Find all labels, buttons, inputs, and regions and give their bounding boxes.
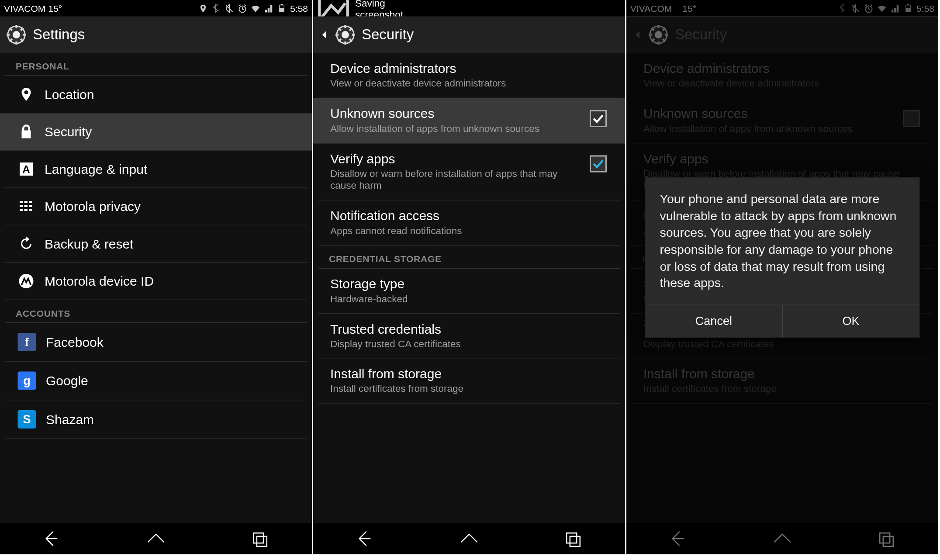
row-google[interactable]: g Google [5,362,307,401]
row-notification-access[interactable]: Notification access Apps cannot read not… [318,200,620,245]
temperature: 15° [48,3,62,14]
nav-bar [313,523,625,554]
gear-icon [7,25,26,45]
mute-icon [225,3,234,13]
row-backup-reset[interactable]: Backup & reset [5,225,307,263]
back-chevron-icon[interactable] [320,30,329,39]
battery-icon [277,3,286,13]
motorola-icon [17,272,35,290]
nav-recent-icon[interactable] [562,528,584,550]
location-icon [198,3,207,13]
row-verify-apps[interactable]: Verify apps Disallow or warn before inst… [318,143,620,200]
page-title: Security [675,26,727,43]
temperature: 15° [682,3,696,14]
row-storage-type[interactable]: Storage type Hardware-backed [318,269,620,314]
location-icon [17,85,35,104]
row-storage-type: Storage type Hardware-backed [632,269,933,314]
actionbar-settings: Settings [0,17,312,53]
section-credential-storage: CREDENTIAL STORAGE [318,245,620,269]
nav-bar [0,523,312,554]
bluetooth-icon [211,3,221,13]
row-motorola-privacy[interactable]: Motorola privacy [5,188,307,226]
row-device-admin: Device administrators View or deactivate… [632,53,933,98]
nav-recent-icon[interactable] [875,528,897,550]
screen-settings: VIVACOM 15° 5:58 Settings PERSONAL Locat… [0,0,312,554]
row-install-from-storage: Install from storage Install certificate… [632,359,933,404]
security-list[interactable]: Device administrators View or deactivate… [313,53,625,523]
shazam-icon: S [17,410,37,429]
wifi-icon [877,3,886,13]
row-unknown-sources[interactable]: Unknown sources Allow installation of ap… [313,98,625,143]
row-unknown-sources: Unknown sources Allow installation of ap… [632,98,933,143]
page-title: Settings [33,26,85,43]
nav-bar [626,523,938,554]
nav-recent-icon[interactable] [249,528,271,550]
nav-back-icon[interactable] [41,528,63,550]
lang-icon [17,160,35,178]
gear-icon [649,25,668,45]
back-chevron-icon [633,30,642,39]
nav-home-icon[interactable] [771,528,793,550]
google-icon: g [17,371,37,391]
screen-security: Saving screenshot… Security Device admin… [313,0,625,554]
battery-icon [903,3,912,13]
row-shazam[interactable]: S Shazam [5,401,307,439]
carrier: VIVACOM [4,3,45,14]
row-device-admin[interactable]: Device administrators View or deactivate… [318,53,620,98]
actionbar-security: Security [626,17,938,53]
nav-home-icon[interactable] [145,528,167,550]
row-language[interactable]: Language & input [5,151,307,188]
gear-icon [335,25,355,45]
page-title: Security [362,26,414,43]
carrier: VIVACOM [630,3,672,14]
grid-icon [17,197,35,216]
unknown-sources-checkbox[interactable] [590,110,608,128]
row-trusted-credentials: Trusted credentials Display trusted CA c… [632,314,933,359]
mute-icon [851,3,860,13]
actionbar-security[interactable]: Security [313,17,625,53]
nav-back-icon[interactable] [354,528,376,550]
restore-icon [17,235,35,253]
signal-icon [264,3,273,13]
row-security[interactable]: Security [0,114,312,151]
clock: 5:58 [916,3,934,14]
signal-icon [890,3,899,13]
lock-icon [17,123,35,141]
section-personal: PERSONAL [5,53,307,76]
row-motorola-id[interactable]: Motorola device ID [5,263,307,301]
section-credential-storage: CREDENTIAL STORAGE [632,245,933,269]
row-trusted-credentials[interactable]: Trusted credentials Display trusted CA c… [318,314,620,359]
status-bar: VIVACOM 15° 5:58 [626,0,938,17]
screen-security-dialog: VIVACOM 15° 5:58 Security Device adminis… [626,0,938,554]
facebook-icon: f [17,332,37,352]
alarm-icon [238,3,247,13]
security-list: Device administrators View or deactivate… [626,53,938,523]
bluetooth-icon [838,3,847,13]
alarm-icon [864,3,873,13]
clock: 5:58 [290,3,308,14]
nav-home-icon[interactable] [458,528,480,550]
verify-apps-checkbox[interactable] [590,155,608,173]
status-bar: Saving screenshot… [313,0,625,17]
nav-back-icon[interactable] [667,528,689,550]
section-accounts: ACCOUNTS [5,300,307,323]
unknown-sources-checkbox [903,110,921,128]
status-bar: VIVACOM 15° 5:58 [0,0,312,17]
row-facebook[interactable]: f Facebook [5,323,307,362]
wifi-icon [251,3,260,13]
row-verify-apps: Verify apps Disallow or warn before inst… [632,143,933,200]
row-location[interactable]: Location [5,76,307,114]
settings-list[interactable]: PERSONAL Location Security Language & in… [0,53,312,523]
row-notification-access: Notification access Apps cannot read not… [632,200,933,245]
row-install-from-storage[interactable]: Install from storage Install certificate… [318,359,620,404]
